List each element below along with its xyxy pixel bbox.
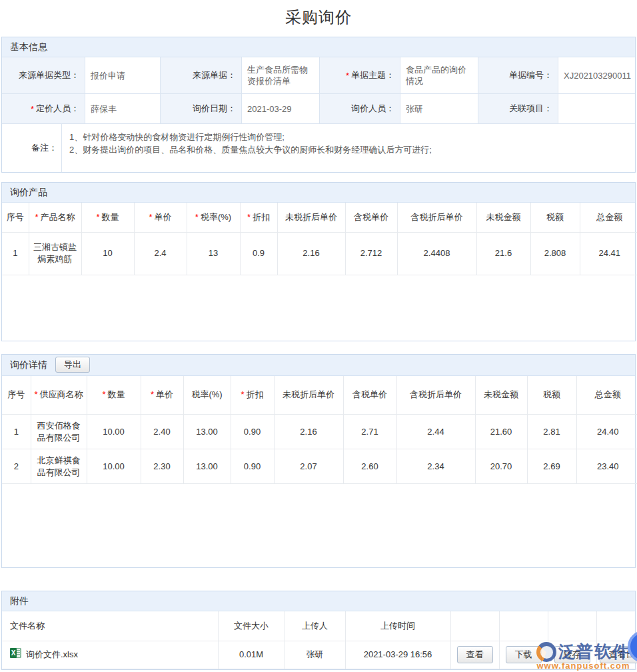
cell: 2.16 [277,232,345,275]
cell: 2.16 [274,415,343,449]
attachments-table: 文件名称文件大小上传人上传时间X询价文件.xlsx0.01M张研2021-03-… [2,611,637,669]
file-name-cell: X询价文件.xlsx [2,641,218,669]
column-header: 总金额 [580,203,637,232]
basic-info-grid: 来源单据类型：报价申请来源单据：生产食品所需物资报价清单*单据主题：食品产品的询… [2,57,635,124]
details-empty-area [2,484,635,567]
column-header: 上传时间 [345,611,450,641]
cell: 13.00 [183,415,231,449]
column-header: 含税单价 [345,203,397,232]
cell: 2 [2,449,31,484]
field-value-0: 报价申请 [85,57,161,94]
column-header: 税额 [527,376,576,415]
field-label-2: *单据主题： [320,57,400,94]
column-header: 未税折后单价 [274,376,343,415]
inquiry-details-panel: 询价详情 导出 序号*供应商名称*数量*单价税率(%)*折扣未税折后单价含税单价… [1,354,636,569]
column-header: 文件名称 [2,611,218,641]
view-button[interactable]: 查看 [457,646,493,663]
action-cell: 查看 [450,641,499,669]
column-header: 含税折后单价 [396,376,475,415]
purchase-inquiry-page: 采购询价 基本信息 来源单据类型：报价申请来源单据：生产食品所需物资报价清单*单… [0,0,637,670]
column-header: *折扣 [231,376,274,415]
products-table: 序号*产品名称*数量*单价*税率(%)*折扣未税折后单价含税单价含税折后单价未税… [2,203,637,275]
column-header: 未税折后单价 [277,203,345,232]
file-name-wrap: X询价文件.xlsx [10,647,215,662]
field-label-7: 关联项目： [478,94,558,124]
cell: 2.712 [345,232,397,275]
svg-text:X: X [11,649,16,657]
cell: 北京鲜祺食品有限公司 [31,449,87,484]
file-name: 询价文件.xlsx [26,649,78,661]
cell: 2.44 [396,415,475,449]
export-button[interactable]: 导出 [55,357,90,373]
download-button[interactable]: 下载 [506,646,542,663]
field-value-1: 生产食品所需物资报价清单 [242,57,320,94]
attachment-row: X询价文件.xlsx0.01M张研2021-03-29 16:56查看下载转存查… [2,641,637,669]
required-asterisk: * [247,212,251,222]
cell: 2.40 [141,415,183,449]
column-header: *单价 [134,203,187,232]
column-header [499,611,548,641]
column-header: 未税金额 [476,203,530,232]
field-value-3: XJ202103290011 [558,57,635,94]
column-header: 税率(%) [183,376,231,415]
table-row: 1三湘古镇盐焗素鸡筋102.4130.92.162.7122.440821.62… [2,232,637,275]
field-label-3: 单据编号： [478,57,558,94]
cell: 2.4 [134,232,187,275]
upload-time-cell: 2021-03-29 16:56 [345,641,450,669]
required-asterisk: * [31,104,34,114]
cell: 21.6 [476,232,530,275]
column-header: *税率(%) [187,203,240,232]
details-section-title: 询价详情 [10,355,47,375]
transfer-button[interactable]: 转存 [554,646,590,663]
cell: 2.808 [530,232,580,275]
field-value-7 [558,94,635,124]
field-label-1: 来源单据： [161,57,242,94]
header-row: 文件名称文件大小上传人上传时间 [2,611,637,641]
column-header: *供应商名称 [31,376,87,415]
required-asterisk: * [102,389,105,399]
cell: 西安佰格食品有限公司 [31,415,87,449]
table-row: 1西安佰格食品有限公司10.002.4013.000.902.162.712.4… [2,415,637,449]
cell: 24.40 [576,415,637,449]
uploader-cell: 张研 [285,641,345,669]
field-value-5: 2021-03-29 [242,94,320,124]
field-value-6: 张研 [400,94,478,124]
cell: 2.30 [141,449,183,484]
required-asterisk: * [151,389,154,399]
remark-line-1: 1、针对价格变动快的食材物资进行定期例行性询价管理; [69,131,630,143]
cell: 24.41 [580,232,637,275]
action-cell: 下载 [499,641,548,669]
cell: 2.4408 [397,232,476,275]
cell: 10.00 [87,449,141,484]
attachments-panel: 附件 文件名称文件大小上传人上传时间X询价文件.xlsx0.01M张研2021-… [1,591,636,670]
required-asterisk: * [35,212,38,222]
basic-info-section-title: 基本信息 [2,37,635,57]
column-header: 未税金额 [475,376,527,415]
cell: 2.07 [274,449,343,484]
column-header [450,611,499,641]
basic-info-panel: 基本信息 来源单据类型：报价申请来源单据：生产食品所需物资报价清单*单据主题：食… [1,37,636,173]
remark-label: 备注： [2,124,62,172]
cell: 10.00 [87,415,141,449]
column-header: *折扣 [240,203,277,232]
remark-text: 1、针对价格变动快的食材物资进行定期例行性询价管理; 2、财务提出询价的项目、品… [62,124,635,172]
table-row: 2北京鲜祺食品有限公司10.002.3013.000.902.072.602.3… [2,449,637,484]
cell: 23.40 [576,449,637,484]
required-asterisk: * [195,212,199,222]
column-header: 含税折后单价 [397,203,476,232]
column-header: 总金额 [576,376,637,415]
inquiry-products-panel: 询价产品 序号*产品名称*数量*单价*税率(%)*折扣未税折后单价含税单价含税折… [1,182,636,341]
cell: 三湘古镇盐焗素鸡筋 [29,232,81,275]
required-asterisk: * [149,212,152,222]
file-size-cell: 0.01M [218,641,285,669]
cell: 13 [187,232,240,275]
column-header: 含税单价 [343,376,396,415]
cell: 21.60 [475,415,527,449]
page-title: 采购询价 [0,0,637,37]
excel-icon: X [10,647,21,662]
column-header: 上传人 [285,611,345,641]
column-header: *数量 [87,376,141,415]
column-header: *单价 [141,376,183,415]
field-label-0: 来源单据类型： [2,57,85,94]
field-label-4: *定价人员： [2,94,85,124]
